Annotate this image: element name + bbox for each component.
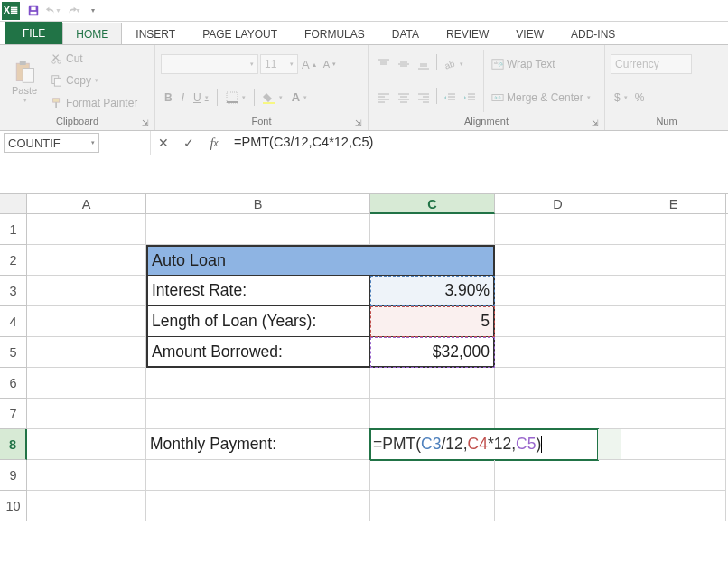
tab-data[interactable]: DATA: [378, 23, 433, 44]
fill-color-button[interactable]: ▾: [259, 88, 286, 108]
cell-d6[interactable]: [495, 368, 621, 399]
cell-a6[interactable]: [27, 368, 146, 399]
format-painter-button[interactable]: Format Painter: [47, 93, 141, 113]
enter-formula-button[interactable]: ✓: [176, 131, 201, 155]
cell-e2[interactable]: [621, 245, 726, 276]
cell-d7[interactable]: [495, 399, 621, 429]
cell-a8[interactable]: [27, 429, 146, 460]
accounting-format-button[interactable]: $▾: [611, 88, 631, 108]
cell-e3[interactable]: [621, 276, 726, 306]
increase-indent-button[interactable]: [460, 88, 480, 108]
insert-function-button[interactable]: fx: [201, 131, 227, 155]
cell-c6[interactable]: [370, 368, 495, 399]
cell-c4[interactable]: 5: [370, 306, 495, 337]
redo-button[interactable]: ▼: [63, 1, 83, 21]
cell-e8[interactable]: [621, 429, 726, 460]
tab-home[interactable]: HOME: [62, 23, 122, 45]
align-middle-button[interactable]: [394, 54, 414, 74]
cell-e5[interactable]: [621, 337, 726, 368]
cell-e10[interactable]: [621, 491, 726, 521]
bold-button[interactable]: B: [161, 88, 176, 108]
borders-button[interactable]: ▾: [222, 88, 249, 108]
tab-view[interactable]: VIEW: [502, 23, 557, 44]
cell-c8[interactable]: =PMT(C3/12,C4*12,C5): [370, 429, 598, 460]
cell-a10[interactable]: [27, 491, 146, 521]
cell-b6[interactable]: [146, 368, 370, 399]
underline-button[interactable]: U▾: [190, 88, 212, 108]
font-name-select[interactable]: ▾: [161, 54, 258, 74]
tab-review[interactable]: REVIEW: [433, 23, 502, 44]
cell-e9[interactable]: [621, 460, 726, 491]
decrease-indent-button[interactable]: [440, 88, 460, 108]
row-header-5[interactable]: 5: [0, 337, 27, 368]
row-header-3[interactable]: 3: [0, 276, 27, 306]
align-center-button[interactable]: [394, 88, 414, 108]
tab-page-layout[interactable]: PAGE LAYOUT: [189, 23, 291, 44]
cut-button[interactable]: Cut: [47, 49, 141, 69]
cell-e6[interactable]: [621, 368, 726, 399]
cell-a5[interactable]: [27, 337, 146, 368]
italic-button[interactable]: I: [178, 88, 188, 108]
alignment-launcher[interactable]: ⇲: [592, 118, 602, 129]
cell-d8[interactable]: [598, 429, 621, 460]
cell-b9[interactable]: [146, 460, 370, 491]
increase-font-button[interactable]: A▴: [298, 54, 320, 74]
row-header-10[interactable]: 10: [0, 491, 27, 521]
align-left-button[interactable]: [374, 88, 394, 108]
cell-d5[interactable]: [495, 337, 621, 368]
cell-b8[interactable]: Monthly Payment:: [146, 429, 370, 460]
cell-c10[interactable]: [370, 491, 495, 521]
cell-a4[interactable]: [27, 306, 146, 337]
col-header-d[interactable]: D: [495, 194, 621, 213]
align-bottom-button[interactable]: [414, 54, 434, 74]
cell-b7[interactable]: [146, 399, 370, 429]
cell-d10[interactable]: [495, 491, 621, 521]
cell-a7[interactable]: [27, 399, 146, 429]
cell-a1[interactable]: [27, 214, 146, 245]
cell-a2[interactable]: [27, 245, 146, 276]
save-button[interactable]: [23, 1, 43, 21]
cell-e4[interactable]: [621, 306, 726, 337]
cell-c9[interactable]: [370, 460, 495, 491]
merge-center-button[interactable]: Merge & Center▾: [488, 88, 594, 108]
row-header-4[interactable]: 4: [0, 306, 27, 337]
cell-d9[interactable]: [495, 460, 621, 491]
formula-input[interactable]: [234, 135, 724, 189]
align-top-button[interactable]: [374, 54, 394, 74]
cell-b5[interactable]: Amount Borrowed:: [146, 337, 370, 368]
row-header-6[interactable]: 6: [0, 368, 27, 399]
row-header-2[interactable]: 2: [0, 245, 27, 276]
paste-button[interactable]: Paste ▾: [5, 48, 43, 114]
font-size-select[interactable]: 11▾: [260, 54, 298, 74]
cell-c7[interactable]: [370, 399, 495, 429]
cell-e7[interactable]: [621, 399, 726, 429]
font-color-button[interactable]: A▾: [288, 88, 311, 108]
row-header-1[interactable]: 1: [0, 214, 27, 245]
percent-format-button[interactable]: %: [631, 88, 649, 108]
cell-c5[interactable]: $32,000: [370, 337, 495, 368]
col-header-b[interactable]: B: [146, 194, 370, 213]
align-right-button[interactable]: [414, 88, 434, 108]
cell-d3[interactable]: [495, 276, 621, 306]
cell-a3[interactable]: [27, 276, 146, 306]
cancel-formula-button[interactable]: ✕: [151, 131, 176, 155]
wrap-text-button[interactable]: ab Wrap Text: [488, 54, 594, 74]
cell-c3[interactable]: 3.90%: [370, 276, 495, 306]
select-all-button[interactable]: [0, 194, 27, 213]
col-header-e[interactable]: E: [621, 194, 726, 213]
tab-addins[interactable]: ADD-INS: [557, 23, 629, 44]
clipboard-launcher[interactable]: ⇲: [142, 118, 153, 129]
tab-formulas[interactable]: FORMULAS: [291, 23, 378, 44]
row-header-7[interactable]: 7: [0, 399, 27, 429]
cell-d2[interactable]: [495, 245, 621, 276]
decrease-font-button[interactable]: A▾: [320, 54, 340, 74]
font-launcher[interactable]: ⇲: [355, 118, 366, 129]
cell-c1[interactable]: [370, 214, 495, 245]
number-format-select[interactable]: Currency: [611, 54, 692, 74]
cell-d1[interactable]: [495, 214, 621, 245]
orientation-button[interactable]: ab▾: [440, 54, 467, 74]
cell-e1[interactable]: [621, 214, 726, 245]
undo-button[interactable]: ▼: [43, 1, 63, 21]
copy-button[interactable]: Copy▾: [47, 70, 141, 90]
cell-b4[interactable]: Length of Loan (Years):: [146, 306, 370, 337]
